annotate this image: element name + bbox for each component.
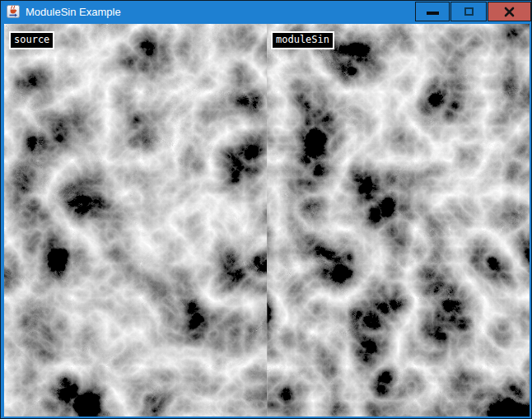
- source-panel-texture: [4, 24, 267, 417]
- close-button[interactable]: [488, 2, 531, 21]
- render-canvas: source moduleSin: [4, 24, 530, 417]
- java-coffee-cup-icon: [7, 5, 20, 18]
- application-window: ModuleSin Example: [0, 0, 532, 419]
- modulesin-panel-texture: [267, 24, 530, 417]
- dash-icon: [427, 12, 439, 15]
- maximize-button[interactable]: [450, 2, 487, 21]
- titlebar[interactable]: ModuleSin Example: [1, 1, 531, 23]
- noise-texture: [4, 24, 530, 417]
- minimize-button[interactable]: [415, 2, 450, 21]
- source-panel-label: source: [9, 31, 54, 49]
- x-icon: [504, 7, 515, 17]
- modulesin-panel-label: moduleSin: [271, 31, 334, 49]
- panel-divider: [267, 24, 268, 417]
- square-outline-icon: [464, 7, 474, 16]
- window-title: ModuleSin Example: [26, 1, 121, 23]
